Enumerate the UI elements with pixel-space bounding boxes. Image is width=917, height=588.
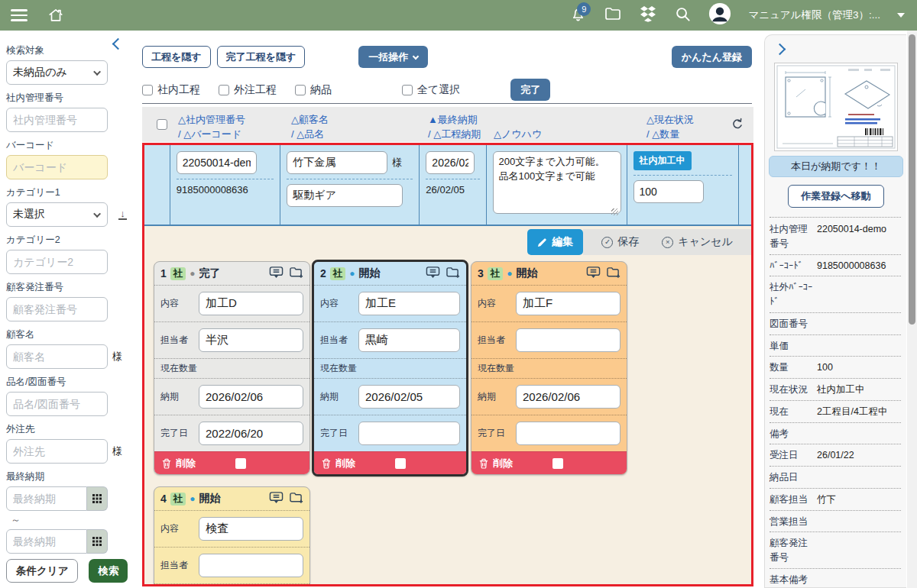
comment-icon[interactable] xyxy=(269,266,284,282)
detail-fields: 社内管理番号22050014-demo ﾊﾞｰｺｰﾄﾞ9185000008636… xyxy=(770,218,901,588)
card-person-input[interactable] xyxy=(358,328,460,352)
internal-process-checkbox[interactable] xyxy=(142,85,153,95)
chevron-down-icon xyxy=(93,68,101,76)
card-due-input[interactable] xyxy=(199,385,303,409)
card-person-input[interactable] xyxy=(516,328,621,352)
bulk-action-button[interactable]: 一括操作 xyxy=(358,46,428,68)
calendar-icon[interactable] xyxy=(87,486,108,511)
status-badge: 社内加工中 xyxy=(633,151,692,170)
record-quantity-input[interactable] xyxy=(633,180,704,203)
delete-bar[interactable]: 削除 xyxy=(154,451,309,474)
col-mgmt-barcode[interactable]: △社内管理番号/ △バーコード xyxy=(178,113,245,142)
col-customer-product[interactable]: △顧客名/ △品名 xyxy=(291,113,329,142)
files-folder-icon[interactable] xyxy=(604,5,622,26)
field-order-date: 受注日26/01/22 xyxy=(770,444,901,467)
final-due-from-input[interactable] xyxy=(6,486,87,511)
notifications-bell-icon[interactable]: 9 xyxy=(569,5,587,26)
delivery-checkbox[interactable] xyxy=(295,85,306,95)
comment-icon[interactable] xyxy=(426,266,440,282)
category2-input[interactable] xyxy=(6,250,108,274)
col-knowhow[interactable]: △ノウハウ xyxy=(494,128,542,142)
collapse-panel-icon[interactable] xyxy=(774,44,786,56)
card-person-input[interactable] xyxy=(199,554,303,577)
card-done-input[interactable] xyxy=(516,422,621,445)
card-done-input[interactable] xyxy=(199,422,303,445)
customer-name-input[interactable] xyxy=(6,344,108,369)
record-product-input[interactable] xyxy=(287,184,403,207)
comment-icon[interactable] xyxy=(269,491,284,507)
hamburger-menu-icon[interactable] xyxy=(11,9,28,21)
cancel-button[interactable]: ×キャンセル xyxy=(662,235,733,249)
search-target-select[interactable]: 未納品のみ xyxy=(6,60,108,85)
record-mgmt-input[interactable] xyxy=(177,151,257,174)
search-icon[interactable] xyxy=(674,5,692,26)
col-final-due[interactable]: ▲最終納期/ △工程納期 xyxy=(428,113,481,142)
header-select-checkbox[interactable] xyxy=(157,119,167,130)
page-scrollbar[interactable] xyxy=(907,31,917,588)
card-content-input[interactable] xyxy=(516,292,621,315)
blueprint-thumbnail[interactable] xyxy=(774,63,898,151)
add-folder-icon[interactable] xyxy=(446,266,460,281)
trash-icon xyxy=(322,458,331,469)
complete-button[interactable]: 完了 xyxy=(510,79,550,101)
col-status-qty[interactable]: △現在状況/ △数量 xyxy=(646,113,694,142)
user-menu-caret-icon[interactable] xyxy=(897,13,905,18)
user-menu-label[interactable]: マニュアル権限（管理3）:... xyxy=(748,8,880,22)
final-due-to-input[interactable] xyxy=(6,529,87,554)
record-customer-input[interactable] xyxy=(287,151,387,174)
due-today-notice: 本日が納期です！！ xyxy=(769,156,903,177)
scrollbar-thumb[interactable] xyxy=(909,34,915,325)
field-external-barcode: 社外ﾊﾞｰｺｰﾄﾞ xyxy=(770,276,901,313)
save-button[interactable]: ✓保存 xyxy=(601,235,639,249)
category1-select[interactable]: 未選択 xyxy=(6,202,108,227)
refresh-icon[interactable] xyxy=(731,118,744,134)
delete-bar[interactable]: 削除 xyxy=(471,451,627,474)
add-folder-icon[interactable] xyxy=(289,266,303,281)
filter-row: 社内工程 外注工程 納品 全て選択 完了 xyxy=(142,79,752,101)
go-to-work-register-button[interactable]: 作業登録へ移動 xyxy=(788,185,884,208)
card-content-input[interactable] xyxy=(358,292,460,315)
company-badge: 社 xyxy=(330,267,346,280)
product-name-input[interactable] xyxy=(6,392,108,416)
field-remarks: 備考 xyxy=(770,423,901,445)
comment-icon[interactable] xyxy=(586,266,601,282)
arrow-down-to-bar-icon[interactable]: ↓ xyxy=(118,210,127,220)
sama-suffix: 様 xyxy=(112,444,122,458)
barcode-label: バーコード xyxy=(6,139,131,152)
clear-conditions-button[interactable]: 条件クリア xyxy=(6,559,78,583)
card-person-input[interactable] xyxy=(199,328,303,352)
delete-bar[interactable]: 削除 xyxy=(314,451,466,474)
card-number: 2 xyxy=(320,267,326,279)
card-due-input[interactable] xyxy=(516,385,621,409)
card-due-input[interactable] xyxy=(358,385,460,409)
easy-register-button[interactable]: かんたん登録 xyxy=(672,46,752,68)
category1-label: カテゴリー1 xyxy=(6,186,131,199)
barcode-input[interactable] xyxy=(6,155,108,179)
mgmt-no-input[interactable] xyxy=(6,108,108,132)
due-cell: 26/02/05 xyxy=(420,145,486,225)
add-folder-icon[interactable] xyxy=(289,491,303,506)
avatar[interactable] xyxy=(708,2,731,28)
hide-process-button[interactable]: 工程を隠す xyxy=(142,46,211,68)
delete-checkbox[interactable] xyxy=(395,458,406,469)
record-knowhow-textarea[interactable]: 200文字まで入力可能。品名100文字まで可能 xyxy=(493,151,621,214)
card-content-input[interactable] xyxy=(199,517,303,541)
home-icon[interactable] xyxy=(47,7,64,24)
outsource-input[interactable] xyxy=(6,439,108,464)
customer-order-no-input[interactable] xyxy=(6,297,108,321)
delete-checkbox[interactable] xyxy=(552,458,563,469)
dropbox-icon[interactable] xyxy=(639,5,657,25)
search-button[interactable]: 検索 xyxy=(89,559,128,583)
card-done-input[interactable] xyxy=(358,422,460,445)
record-final-due-input[interactable] xyxy=(426,151,475,174)
current-qty-label: 現在数量 xyxy=(154,583,309,586)
edit-button[interactable]: 編集 xyxy=(527,229,583,255)
select-all-checkbox[interactable] xyxy=(402,85,413,95)
card-content-input[interactable] xyxy=(199,292,303,315)
delete-checkbox[interactable] xyxy=(235,458,246,469)
add-folder-icon[interactable] xyxy=(606,266,621,281)
outsource-process-checkbox[interactable] xyxy=(219,85,229,95)
hide-completed-button[interactable]: 完了工程を隠す xyxy=(217,46,306,68)
calendar-icon[interactable] xyxy=(87,529,108,554)
process-card-4: 4 社 ● 開始 内容 担当者 現在数量 xyxy=(154,486,310,586)
